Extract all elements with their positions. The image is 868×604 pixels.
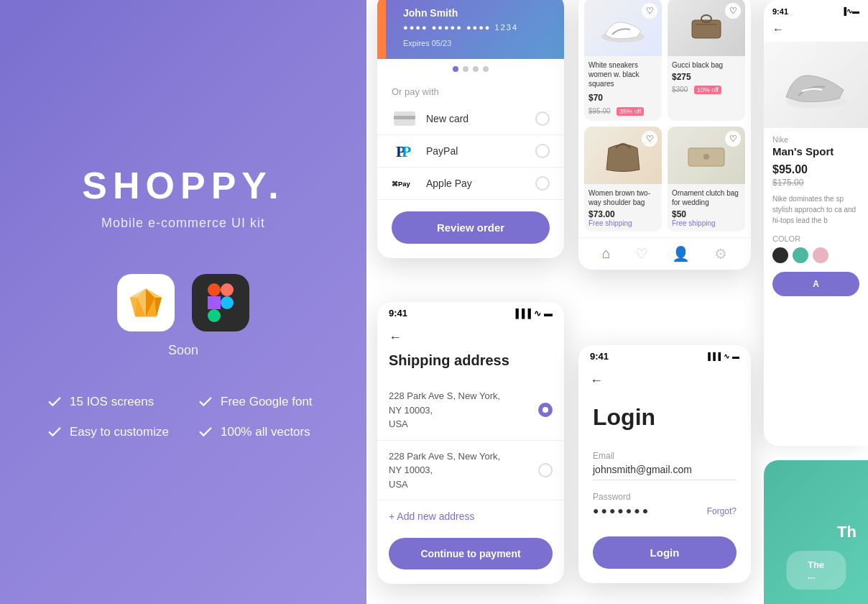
paypal-icon: P P: [392, 142, 417, 160]
back-arrow-shipping[interactable]: ←: [389, 330, 402, 345]
forgot-link[interactable]: Forgot?: [707, 506, 737, 516]
login-title: Login: [578, 393, 751, 445]
brand-title: SHOPPY.: [82, 164, 284, 207]
nav-settings-icon[interactable]: ⚙: [714, 245, 727, 262]
feature-google-font: Free Google font: [198, 394, 320, 410]
bottom-nav: ⌂ ♡ 👤 ⚙: [578, 237, 751, 270]
address-text-2: 228 Park Ave S, New York, NY 10003, USA: [389, 449, 538, 492]
new-card-icon: [392, 110, 417, 127]
heart-icon-brown-bag[interactable]: ♡: [642, 131, 657, 147]
apple-pay-radio[interactable]: [535, 176, 550, 191]
product-card-brown-bag[interactable]: ♡ Women brown two-way shoulder bag $73.0…: [584, 127, 662, 232]
product-price-brown-bag: $73.00: [588, 209, 657, 219]
shipping-screen: 9:41 ▐▐▐ ∿ ▬ ← Shipping address 228 Park…: [377, 302, 564, 584]
product-image-detail: [764, 42, 868, 128]
address-radio-1[interactable]: [538, 403, 553, 417]
back-arrow-login[interactable]: ←: [590, 373, 603, 388]
discount-badge-sneakers: 35% off: [617, 107, 644, 116]
add-to-cart-button[interactable]: A: [772, 272, 859, 296]
email-value[interactable]: johnsmith@gmail.com: [593, 464, 737, 480]
password-value[interactable]: ●●●●●●●: [593, 505, 650, 516]
paypal-radio[interactable]: [535, 144, 550, 158]
product-name-sneakers: White sneakers women w. black squares: [588, 60, 657, 88]
signal-icon-login: ▐▐▐: [706, 352, 721, 360]
feature-vectors-label: 100% all vectors: [221, 425, 310, 439]
review-order-button[interactable]: Review order: [392, 211, 550, 244]
product-name-clutch: Ornament clutch bag for wedding: [672, 188, 741, 207]
svg-rect-20: [696, 24, 717, 25]
card-number: ●●●● ●●●●● ●●●● 1234: [392, 23, 550, 32]
detail-product-name: Man's Sport: [764, 145, 868, 163]
detail-price: $95.00: [764, 163, 868, 178]
payment-option-paypal[interactable]: P P PayPal: [377, 135, 564, 168]
password-field-group: Password ●●●●●●● Forgot?: [578, 486, 751, 522]
heart-icon-gucci[interactable]: ♡: [725, 3, 741, 19]
left-panel: SHOPPY. Mobile e-commerce UI kit: [0, 0, 366, 604]
svg-rect-13: [394, 116, 415, 119]
swatch-dark[interactable]: [772, 247, 788, 263]
time-detail: 9:41: [772, 7, 788, 16]
product-card-gucci[interactable]: ♡ Gucci black bag $275 $300 10% off: [668, 0, 745, 121]
payment-option-apple-pay[interactable]: ⌘Pay Apple Pay: [377, 168, 564, 200]
check-icon-1: [47, 394, 63, 410]
swatch-teal[interactable]: [793, 247, 808, 263]
email-label: Email: [593, 451, 737, 461]
discount-badge-gucci: 10% off: [694, 86, 721, 94]
status-bar-detail: 9:41 ▐∿▬: [764, 0, 868, 20]
product-discount-sneakers: $95.00 35% off: [588, 104, 657, 116]
product-info-clutch: Ornament clutch bag for wedding $50 Free…: [668, 184, 745, 232]
status-icons-detail: ▐∿▬: [841, 7, 859, 16]
dot-3: [473, 66, 479, 72]
time-shipping: 9:41: [389, 308, 407, 319]
back-arrow-detail[interactable]: ←: [764, 20, 868, 42]
product-pricing-sneakers: $70: [588, 91, 657, 104]
payment-screen: John Smith ●●●● ●●●●● ●●●● 1234 Expires …: [377, 0, 564, 258]
new-card-radio[interactable]: [535, 111, 550, 126]
swatch-pink[interactable]: [813, 247, 828, 263]
svg-rect-10: [221, 296, 234, 309]
signal-icon: ▐▐▐: [512, 308, 531, 319]
shipping-title: Shipping address: [377, 349, 564, 380]
tools-icons-row: [117, 274, 249, 331]
heart-icon-clutch[interactable]: ♡: [725, 131, 741, 147]
figma-icon: [208, 283, 234, 322]
battery-icon: ▬: [544, 308, 553, 319]
nav-home-icon[interactable]: ⌂: [602, 245, 611, 262]
card-expiry: Expires 05/23: [392, 39, 550, 47]
product-discount-gucci: $300 10% off: [672, 82, 741, 95]
paypal-label: PayPal: [426, 145, 535, 157]
svg-point-22: [703, 154, 709, 160]
heart-icon-sneakers[interactable]: ♡: [642, 3, 657, 19]
free-shipping-clutch: Free shipping: [672, 219, 741, 227]
card-accent-strip: [377, 0, 386, 59]
product-card-sneakers[interactable]: ♡ White sneakers women w. black squares …: [584, 0, 662, 121]
sketch-icon: [128, 287, 164, 319]
product-card-clutch[interactable]: ♡ Ornament clutch bag for wedding $50 Fr…: [668, 127, 745, 232]
dot-4: [483, 66, 489, 72]
check-icon-4: [198, 424, 213, 440]
free-shipping-brown-bag: Free shipping: [588, 219, 657, 227]
product-img-clutch: ♡: [668, 127, 745, 184]
soon-label: Soon: [168, 343, 198, 358]
wifi-icon: ∿: [534, 308, 541, 319]
credit-card: John Smith ●●●● ●●●●● ●●●● 1234 Expires …: [377, 0, 564, 59]
address-text-1: 228 Park Ave S, New York, NY 10003, USA: [389, 389, 538, 431]
add-address-button[interactable]: + Add new address: [377, 500, 564, 532]
address-item-1[interactable]: 228 Park Ave S, New York, NY 10003, USA: [377, 380, 564, 441]
login-button[interactable]: Login: [593, 536, 737, 569]
status-bar-login: 9:41 ▐▐▐ ∿ ▬: [578, 345, 751, 365]
teal-cta-button[interactable]: The ...: [786, 551, 846, 590]
password-row: ●●●●●●● Forgot?: [593, 505, 737, 516]
continue-to-payment-button[interactable]: Continue to payment: [389, 538, 553, 569]
payment-option-new-card[interactable]: New card: [377, 103, 564, 135]
product-price-sneakers: $70: [588, 93, 603, 103]
sketch-icon-box: [117, 274, 175, 331]
email-field-group: Email johnsmith@gmail.com: [578, 445, 751, 486]
right-area: John Smith ●●●● ●●●●● ●●●● 1234 Expires …: [366, 0, 868, 604]
nav-heart-icon[interactable]: ♡: [635, 245, 648, 262]
address-radio-2[interactable]: [538, 463, 553, 477]
address-item-2[interactable]: 228 Park Ave S, New York, NY 10003, USA: [377, 441, 564, 501]
feature-google-label: Free Google font: [221, 395, 313, 409]
nav-profile-icon[interactable]: 👤: [672, 245, 690, 262]
check-icon-3: [47, 424, 63, 440]
